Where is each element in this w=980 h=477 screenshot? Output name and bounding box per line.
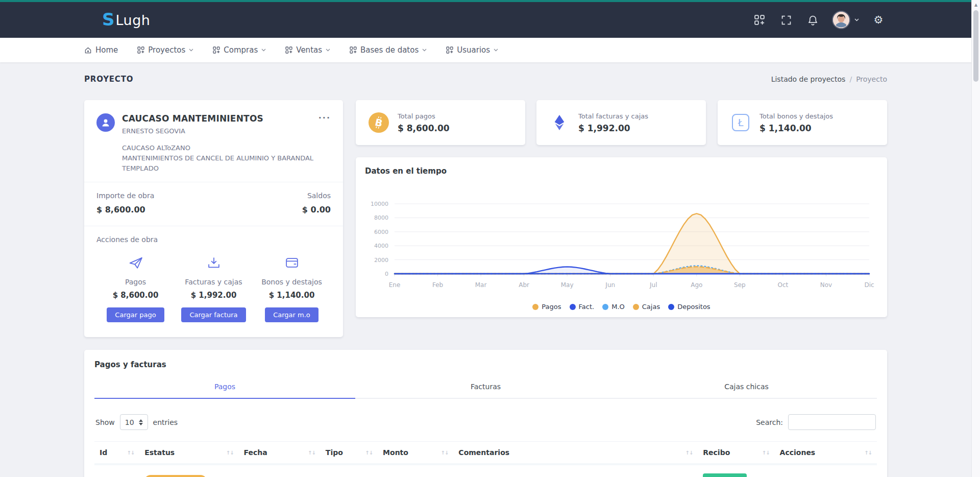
legend-item-pagos[interactable]: Pagos: [532, 303, 561, 311]
tab-facturas[interactable]: Facturas: [355, 383, 616, 399]
svg-text:Nov: Nov: [820, 281, 832, 289]
brand-logo-icon: S: [102, 11, 115, 28]
project-description-line2: MANTENIMIENTOS DE CANCEL DE ALUMINIO Y B…: [122, 153, 331, 174]
cargar-mo-button[interactable]: Cargar m.o: [265, 307, 318, 322]
breadcrumb-parent-link[interactable]: Listado de proyectos: [771, 75, 846, 83]
scrollbar-thumb[interactable]: [973, 10, 978, 82]
sort-icon: ↑↓: [864, 450, 872, 456]
svg-text:Abr: Abr: [519, 281, 529, 289]
bitcoin-icon: B: [368, 112, 389, 133]
user-menu[interactable]: [832, 11, 859, 29]
cargar-pago-button[interactable]: Cargar pago: [107, 307, 164, 322]
sort-icon: ↑↓: [226, 450, 234, 456]
column-header-tipo[interactable]: Tipo↑↓: [321, 442, 378, 465]
menu-item-compras[interactable]: Compras: [213, 45, 266, 55]
column-header-monto[interactable]: Monto↑↓: [378, 442, 453, 465]
navbar: S Lugh: [0, 2, 980, 38]
saldos-value: $ 0.00: [302, 205, 331, 214]
svg-text:8000: 8000: [374, 214, 388, 221]
vertical-scrollbar[interactable]: ▲: [971, 0, 980, 477]
svg-text:Mar: Mar: [475, 281, 487, 289]
gear-icon[interactable]: ⚙: [871, 13, 886, 27]
table-row: 412 Sin confirmación 2023-08-11 Pago $8,…: [94, 464, 877, 477]
chevron-down-icon: [854, 18, 859, 21]
send-icon: [128, 256, 143, 270]
grid-icon: [213, 46, 220, 54]
fullscreen-icon[interactable]: [779, 13, 793, 27]
brand-logo[interactable]: S Lugh: [102, 11, 150, 29]
chevron-down-icon: [189, 49, 193, 52]
stepper-icon: [139, 419, 143, 425]
tab-pagos[interactable]: Pagos: [94, 383, 355, 399]
search-input[interactable]: [788, 414, 876, 430]
menu-item-usuarios[interactable]: Usuarios: [446, 45, 498, 55]
project-card: CAUCASO MANTEMINIENTOS ERNESTO SEGOVIA .…: [84, 100, 343, 337]
column-header-fecha[interactable]: Fecha↑↓: [239, 442, 321, 465]
column-header-acciones[interactable]: Acciones↑↓: [775, 442, 877, 465]
cargar-factura-button[interactable]: Cargar factura: [181, 307, 246, 322]
wallet-icon: [285, 256, 299, 270]
scroll-up-arrow[interactable]: ▲: [972, 0, 980, 7]
column-header-recibo[interactable]: Recibo↑↓: [698, 442, 774, 465]
ethereum-icon: [549, 112, 570, 133]
legend-item-fact[interactable]: Fact.: [570, 303, 595, 311]
grid-icon: [285, 46, 292, 54]
grid-icon: [350, 46, 357, 54]
svg-text:Jun: Jun: [605, 281, 615, 289]
brand-name: Lugh: [116, 12, 151, 28]
legend-item-depositos[interactable]: Depositos: [668, 303, 710, 311]
show-label: Show: [95, 418, 115, 426]
sort-icon: ↑↓: [365, 450, 373, 456]
cell-acciones: [775, 464, 877, 477]
menu-item-ventas[interactable]: Ventas: [285, 45, 330, 55]
page-title: PROYECTO: [84, 75, 133, 84]
column-header-id[interactable]: Id↑↓: [94, 442, 139, 465]
column-header-estatus[interactable]: Estatus↑↓: [139, 442, 238, 465]
sort-icon: ↑↓: [685, 450, 693, 456]
page-size-select[interactable]: 10: [120, 414, 148, 430]
sort-icon: ↑↓: [127, 450, 134, 456]
action-pagos: Pagos $ 8,600.00 Cargar pago: [96, 256, 175, 322]
stat-card-total-pagos: B Total pagos $ 8,600.00: [356, 100, 525, 145]
column-header-comentarios[interactable]: Comentarios↑↓: [453, 442, 698, 465]
breadcrumb-current: Proyecto: [856, 75, 887, 83]
svg-text:0: 0: [385, 271, 388, 277]
svg-text:Dic: Dic: [864, 281, 874, 289]
importe-label: Importe de obra: [96, 192, 154, 200]
svg-text:Jul: Jul: [649, 281, 657, 289]
svg-text:6000: 6000: [374, 229, 388, 235]
payments-title: Pagos y facturas: [94, 360, 877, 369]
payments-tabs: Pagos Facturas Cajas chicas: [94, 383, 877, 399]
stat-card-total-facturas: Total facturas y cajas $ 1,992.00: [536, 100, 706, 145]
svg-text:2000: 2000: [374, 257, 388, 264]
project-options-menu[interactable]: ...: [318, 113, 331, 118]
chart-card: Datos en el tiempo 020004000600080001000…: [356, 157, 887, 317]
action-facturas: Facturas y cajas $ 1,992.00 Cargar factu…: [175, 256, 253, 322]
grid-icon: [137, 46, 144, 54]
legend-item-cajas[interactable]: Cajas: [633, 303, 660, 311]
grid-icon: [446, 46, 453, 54]
project-description-line1: CAUCASO ALToZANO: [122, 143, 331, 153]
user-avatar: [832, 11, 850, 29]
importe-value: $ 8,600.00: [96, 205, 145, 214]
imprimir-recibo-button[interactable]: Imprimir: [703, 473, 746, 477]
payments-table: Id↑↓ Estatus↑↓ Fecha↑↓ Tipo↑↓ Monto↑↓ Co…: [94, 441, 877, 477]
entries-label: entries: [153, 418, 178, 426]
action-bonos: Bonos y destajos $ 1,140.00 Cargar m.o: [253, 256, 331, 322]
chevron-down-icon: [326, 49, 330, 52]
search-label: Search:: [756, 418, 783, 426]
time-series-chart: 0200040006000800010000EneFebMarAbrMayJun…: [365, 168, 878, 296]
svg-text:Feb: Feb: [432, 281, 443, 289]
tab-cajas-chicas[interactable]: Cajas chicas: [616, 383, 877, 399]
download-icon: [207, 256, 221, 270]
acciones-title: Acciones de obra: [96, 235, 331, 244]
sort-icon: ↑↓: [308, 450, 315, 456]
sort-icon: ↑↓: [441, 450, 449, 456]
menu-item-proyectos[interactable]: Proyectos: [137, 45, 193, 55]
apps-grid-icon[interactable]: [752, 13, 767, 27]
top-accent-strip: [0, 0, 980, 2]
menu-item-bases-de-datos[interactable]: Bases de datos: [350, 45, 427, 55]
legend-item-mo[interactable]: M.O: [602, 303, 625, 311]
menu-item-home[interactable]: Home: [84, 45, 118, 55]
bell-icon[interactable]: [805, 13, 820, 27]
